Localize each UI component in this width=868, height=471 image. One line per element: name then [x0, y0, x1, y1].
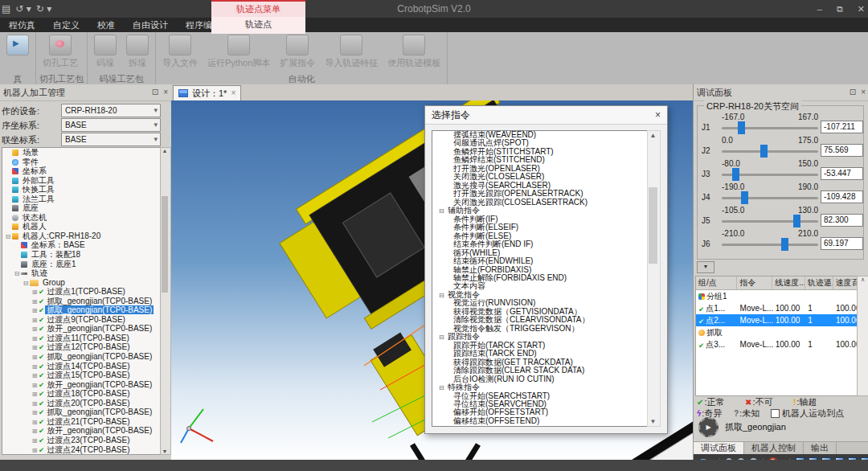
- tree-item[interactable]: ⊞✔抓取_geongjian(TCP0-BASE): [2, 408, 160, 417]
- ribbon-tab-自定义[interactable]: 自定义: [44, 18, 88, 32]
- tree-item[interactable]: ⊞✔过渡点12(TCP0-BASE): [2, 342, 160, 352]
- ribbon-tab-校准[interactable]: 校准: [88, 18, 124, 32]
- column-header-1[interactable]: 指令: [737, 276, 772, 289]
- field-dropdown[interactable]: BASE▾: [61, 133, 161, 146]
- tree-item-label[interactable]: 坐标系: [21, 166, 48, 175]
- tree-item[interactable]: ⊞✔过渡点21(TCP0-BASE): [2, 417, 160, 427]
- ribbon-button-拆垛[interactable]: 拆垛: [123, 34, 152, 70]
- field-dropdown[interactable]: BASE▾: [61, 118, 161, 132]
- table-row[interactable]: 分组1: [696, 290, 858, 302]
- tree-item[interactable]: 快换工具: [2, 185, 160, 195]
- table-row[interactable]: ✔点2...Move-L...100.001100.00: [696, 314, 858, 326]
- joint-slider-thumb[interactable]: [741, 191, 748, 204]
- scroll-thumb[interactable]: [649, 187, 657, 264]
- expand-more-button[interactable]: ▼: [697, 261, 714, 273]
- tree-expander-icon[interactable]: ⊟: [439, 334, 448, 342]
- table-row[interactable]: 抓取: [696, 326, 858, 338]
- tree-item-label[interactable]: 抓取_geongjian(TCP0-BASE): [45, 352, 154, 361]
- tree-item[interactable]: ⊞✔过渡点9(TCP0-BASE): [2, 315, 160, 325]
- tree-item-label[interactable]: 过渡点11(TCP0-BASE): [45, 334, 131, 342]
- tree-item[interactable]: 工具：装配18: [2, 250, 160, 260]
- tree-item[interactable]: 零件: [2, 158, 160, 167]
- ribbon-button-运行Python脚本[interactable]: 运行Python脚本: [204, 34, 273, 70]
- tree-item[interactable]: ⊞✔过渡点23(TCP0-BASE): [2, 436, 160, 445]
- float-panel-icon[interactable]: ⊡: [850, 84, 856, 100]
- joint-value-input[interactable]: -53.447: [821, 167, 863, 180]
- tree-item-label[interactable]: 放开_geongjian(TCP0-BASE): [45, 380, 154, 389]
- tree-item-label[interactable]: 过渡点15(TCP0-BASE): [45, 371, 131, 379]
- dialog-title-bar[interactable]: 选择指令 ×: [425, 106, 667, 125]
- tree-item[interactable]: 场景: [2, 148, 160, 158]
- ribbon-button-simulate[interactable]: [3, 34, 32, 58]
- tree-item-label[interactable]: 抓取_geongjian(TCP0-BASE): [45, 305, 154, 314]
- close-panel-icon[interactable]: ×: [163, 84, 168, 100]
- tree-item[interactable]: 底座: [2, 203, 160, 213]
- table-row[interactable]: ✔点1...Move-L...100.001100.00: [696, 302, 858, 314]
- tree-item-label[interactable]: 过渡点1(TCP0-BASE): [45, 287, 127, 296]
- joint-value-input[interactable]: 75.569: [821, 144, 863, 157]
- tree-item[interactable]: ⊞✔过渡点1(TCP0-BASE): [2, 287, 160, 297]
- tab-close-icon[interactable]: ×: [231, 86, 235, 100]
- play-button[interactable]: ▶: [698, 417, 719, 437]
- tree-item-label[interactable]: 抓取_geongjian(TCP0-BASE): [45, 408, 154, 416]
- tree-expander-icon[interactable]: ⊞: [31, 446, 39, 456]
- tree-item[interactable]: 机器人: [2, 222, 160, 231]
- tree-item-label[interactable]: 过渡点24(TCP0-BASE): [45, 445, 131, 454]
- joint-slider-track[interactable]: [722, 127, 818, 129]
- checkbox-icon[interactable]: [771, 409, 780, 418]
- tree-item-label[interactable]: 坐标系：BASE: [30, 240, 87, 249]
- tree-item[interactable]: ⊟Group: [2, 278, 160, 288]
- tree-item-label[interactable]: 外部工具: [21, 176, 56, 185]
- tree-item-label[interactable]: 放开_geongjian(TCP0-BASE): [45, 324, 154, 333]
- panel-tab-输出[interactable]: 输出: [804, 442, 837, 455]
- tree-item-label[interactable]: 状态机: [21, 213, 48, 222]
- column-header-2[interactable]: 线速度...: [772, 276, 805, 289]
- field-dropdown[interactable]: CRP-RH18-20▾: [61, 104, 161, 117]
- tree-item-label[interactable]: 过渡点9(TCP0-BASE): [45, 315, 127, 324]
- float-panel-icon[interactable]: ⊡: [152, 84, 158, 100]
- tree-item[interactable]: ⊞✔过渡点11(TCP0-BASE): [2, 334, 160, 343]
- tree-item-label[interactable]: 抓取_geongjian(TCP0-BASE): [45, 297, 154, 305]
- tree-item[interactable]: ⊞✔抓取_geongjian(TCP0-BASE): [2, 297, 160, 306]
- tree-expander-icon[interactable]: ⊞: [31, 353, 39, 362]
- tree-item[interactable]: ⊟机器人:CRP-RH18-20: [2, 231, 160, 241]
- command-list[interactable]: 摆弧结束(WEAVEEND)伺服通讯点焊(SPOT)鱼鳞焊开始(STITCHST…: [432, 130, 649, 427]
- tree-item-label[interactable]: 过渡点23(TCP0-BASE): [45, 436, 131, 444]
- tree-item-label[interactable]: 机器人: [21, 222, 48, 231]
- tree-item[interactable]: 坐标系：BASE: [2, 240, 160, 250]
- tree-item-label[interactable]: 工具：装配18: [30, 250, 82, 259]
- ribbon-button-导入轨迹特征[interactable]: 导入轨迹特征: [321, 34, 381, 70]
- tree-scrollbar[interactable]: ▲ ▼: [160, 147, 171, 455]
- joint-slider-thumb[interactable]: [760, 145, 768, 158]
- joint-slider-thumb[interactable]: [732, 168, 739, 181]
- tree-expander-icon[interactable]: ⊟: [439, 207, 448, 215]
- tab-trajectory-point[interactable]: 轨迹点: [211, 17, 305, 32]
- scroll-thumb[interactable]: [162, 196, 168, 293]
- joint-value-input[interactable]: 82.300: [821, 214, 863, 227]
- tree-item-label[interactable]: 过渡点14(TCP0-BASE): [45, 362, 131, 371]
- tree-item-label[interactable]: 快换工具: [21, 185, 56, 194]
- design-document-tab[interactable]: 设计：1* ×: [173, 85, 241, 100]
- joint-value-input[interactable]: -107.211: [821, 121, 863, 133]
- tree-item[interactable]: ⊞✔抓取_geongjian(TCP0-BASE): [2, 352, 160, 362]
- tree-item-label[interactable]: 底座: [21, 203, 40, 212]
- tree-item-label[interactable]: Group: [41, 278, 67, 287]
- panel-tab-机器人控制[interactable]: 机器人控制: [744, 442, 804, 455]
- tree-expander-icon[interactable]: ⊟: [22, 279, 30, 289]
- joint-slider-thumb[interactable]: [793, 215, 800, 227]
- joint-slider-track[interactable]: [722, 197, 818, 199]
- restore-button[interactable]: ⧉: [837, 4, 843, 14]
- tree-item-label[interactable]: 零件: [21, 158, 40, 166]
- tree-item-label[interactable]: 过渡点21(TCP0-BASE): [45, 417, 131, 426]
- tree-item-label[interactable]: 场景: [21, 148, 40, 157]
- points-table-scrollbar[interactable]: ∧: [857, 276, 868, 396]
- tree-item-label[interactable]: 法兰工具: [21, 195, 56, 203]
- tree-item[interactable]: ⊞✔放开_geongjian(TCP0-BASE): [2, 380, 160, 390]
- column-header-4[interactable]: 速度百...: [833, 276, 858, 289]
- tree-item[interactable]: ⊞✔过渡点18(TCP0-BASE): [2, 389, 160, 399]
- joint-slider-track[interactable]: [722, 220, 818, 223]
- tree-item[interactable]: 法兰工具: [2, 195, 160, 204]
- tree-expander-icon[interactable]: ⊟: [13, 269, 21, 279]
- scroll-up-icon[interactable]: ▲: [648, 132, 658, 139]
- tree-item[interactable]: 外部工具: [2, 176, 160, 186]
